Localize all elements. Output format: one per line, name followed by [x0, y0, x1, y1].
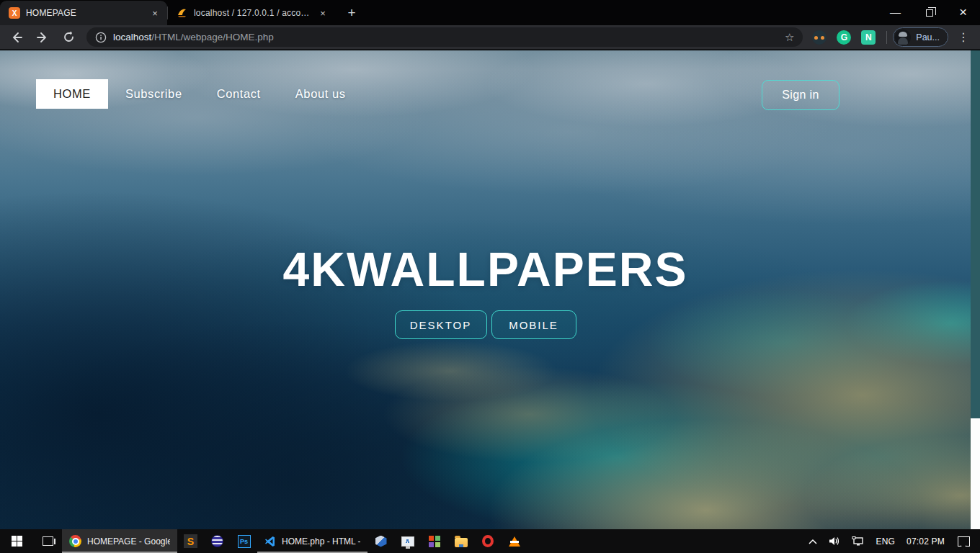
- restore-button[interactable]: [912, 0, 946, 24]
- chrome-icon: [69, 535, 81, 547]
- xampp-favicon-icon: X: [9, 7, 20, 19]
- colored-tiles-icon: [429, 536, 440, 547]
- browser-menu-icon[interactable]: ⋮: [954, 28, 973, 47]
- tab-close-icon[interactable]: ×: [148, 6, 161, 19]
- url-host: localhost: [113, 32, 151, 42]
- vlc-cone-icon: [509, 536, 520, 547]
- profile-name: Pau...: [916, 32, 940, 42]
- language-indicator[interactable]: ENG: [870, 529, 901, 553]
- eclipse-icon: [211, 535, 223, 547]
- task-label: HOME.php - HTML - ...: [282, 536, 360, 547]
- forward-button[interactable]: [33, 28, 52, 47]
- browser-toolbar: localhost/HTML/webpage/HOME.php ☆ G N Pa…: [0, 25, 980, 50]
- task-view-icon: [43, 536, 53, 546]
- taskbar-monitor-button[interactable]: [394, 529, 421, 553]
- action-center-icon: [958, 536, 970, 547]
- page-viewport: HOME Subscribe Contact About us Sign in …: [0, 50, 980, 529]
- desktop-screen: X HOMEPAGE × localhost / 127.0.0.1 / acc…: [0, 0, 980, 553]
- window-controls: — ×: [878, 0, 980, 24]
- mobile-button[interactable]: MOBILE: [491, 310, 576, 339]
- grammarly-extension-icon[interactable]: G: [836, 30, 852, 45]
- volume-icon[interactable]: [823, 529, 846, 553]
- url-text[interactable]: localhost/HTML/webpage/HOME.php: [113, 32, 274, 42]
- monitor-chart-icon: [401, 536, 414, 547]
- tab-title: localhost / 127.0.0.1 / accounts /: [194, 8, 311, 18]
- hero-title: 4KWALLPAPERS: [0, 242, 971, 297]
- tab-title: HOMEPAGE: [26, 8, 143, 18]
- page-scrollbar[interactable]: [971, 50, 980, 529]
- reload-button[interactable]: [59, 28, 78, 47]
- virtualbox-cube-icon: [375, 536, 387, 547]
- vscode-icon: [264, 536, 276, 547]
- sublime-text-icon: S: [184, 534, 197, 548]
- task-view-button[interactable]: [33, 529, 62, 553]
- clock[interactable]: 07:02 PM: [901, 529, 950, 553]
- network-icon[interactable]: [846, 529, 870, 553]
- taskbar-vlc-button[interactable]: [501, 529, 527, 553]
- tray-chevron-button[interactable]: [803, 529, 823, 553]
- page-info-icon[interactable]: [95, 32, 107, 43]
- nav-item-subscribe[interactable]: Subscribe: [125, 87, 182, 101]
- sign-in-button[interactable]: Sign in: [762, 80, 839, 110]
- close-button[interactable]: ×: [946, 0, 980, 24]
- start-button[interactable]: [0, 529, 33, 553]
- hero-buttons: DESKTOP MOBILE: [0, 310, 971, 339]
- tab-phpmyadmin[interactable]: localhost / 127.0.0.1 / accounts / ×: [168, 1, 335, 25]
- taskbar-photoshop-button[interactable]: Ps: [231, 529, 257, 553]
- taskbar-opera-button[interactable]: [474, 529, 501, 553]
- site-nav: HOME Subscribe Contact About us: [36, 79, 380, 109]
- profile-chip[interactable]: Pau...: [893, 27, 948, 47]
- tab-homepage[interactable]: X HOMEPAGE ×: [0, 1, 167, 25]
- owl-icon: [812, 30, 827, 45]
- taskbar-virtualbox-button[interactable]: [368, 529, 394, 553]
- photoshop-icon: Ps: [238, 535, 251, 548]
- bookmark-star-icon[interactable]: ☆: [785, 31, 794, 44]
- nav-item-home[interactable]: HOME: [36, 79, 108, 109]
- avatar: [895, 30, 911, 45]
- taskbar-explorer-button[interactable]: [447, 529, 474, 553]
- desktop-button[interactable]: DESKTOP: [395, 310, 487, 339]
- windows-logo-icon: [12, 536, 22, 547]
- task-label: HOMEPAGE - Google ...: [87, 536, 170, 547]
- windows-taskbar: HOMEPAGE - Google ... S Ps HOME.php - HT…: [0, 529, 980, 553]
- url-path: /HTML/webpage/HOME.php: [151, 32, 274, 42]
- taskbar-eclipse-button[interactable]: [204, 529, 231, 553]
- file-explorer-icon: [455, 538, 468, 547]
- address-bar[interactable]: localhost/HTML/webpage/HOME.php ☆: [86, 27, 803, 47]
- nav-item-about[interactable]: About us: [295, 87, 346, 101]
- tab-close-icon[interactable]: ×: [316, 6, 329, 19]
- restore-icon: [926, 9, 933, 17]
- browser-tab-strip: X HOMEPAGE × localhost / 127.0.0.1 / acc…: [0, 0, 980, 25]
- n-extension-icon[interactable]: N: [860, 30, 876, 45]
- back-button[interactable]: [7, 28, 26, 47]
- toolbar-separator: [886, 31, 887, 44]
- dark-reader-extension-icon[interactable]: [811, 30, 827, 45]
- minimize-button[interactable]: —: [878, 0, 912, 24]
- nav-item-contact[interactable]: Contact: [217, 87, 261, 101]
- new-tab-button[interactable]: +: [341, 2, 362, 24]
- action-center-button[interactable]: [950, 529, 980, 553]
- scrollbar-thumb[interactable]: [971, 50, 980, 418]
- taskbar-task-chrome[interactable]: HOMEPAGE - Google ...: [62, 529, 177, 553]
- taskbar-tiles-button[interactable]: [421, 529, 447, 553]
- taskbar-task-vscode[interactable]: HOME.php - HTML - ...: [257, 529, 368, 553]
- system-tray: ENG 07:02 PM: [803, 529, 980, 553]
- opera-icon: [482, 535, 494, 547]
- phpmyadmin-favicon-icon: [177, 7, 188, 19]
- taskbar-sublime-button[interactable]: S: [177, 529, 204, 553]
